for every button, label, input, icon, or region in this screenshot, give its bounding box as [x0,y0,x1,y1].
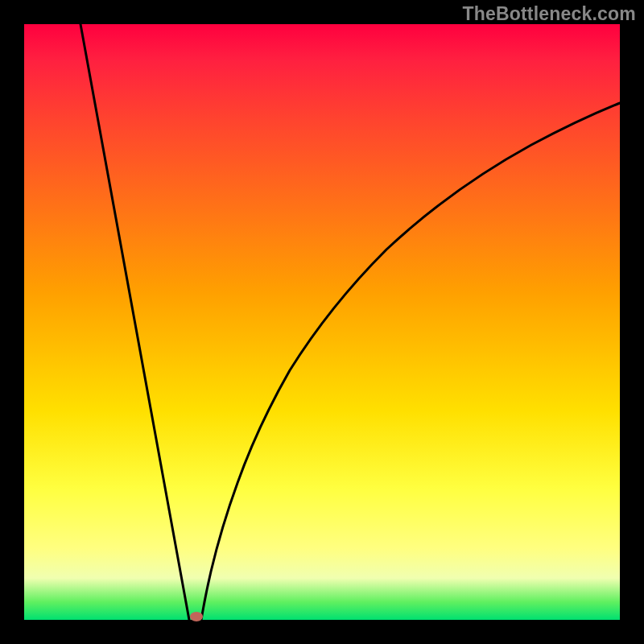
curve-right [201,103,620,620]
curve-layer [24,24,620,620]
chart-frame: TheBottleneck.com [0,0,644,644]
curve-left [80,24,189,620]
attribution-label: TheBottleneck.com [462,3,636,25]
plot-area [24,24,620,620]
dip-marker [190,612,203,621]
